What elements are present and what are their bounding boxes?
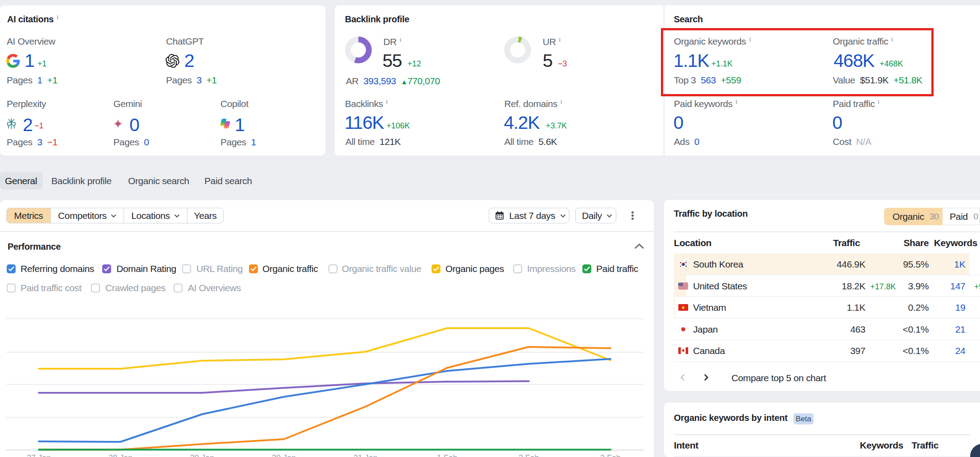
- svg-text:27 Jan: 27 Jan: [27, 453, 51, 457]
- svg-text:30 Jan: 30 Jan: [272, 453, 296, 457]
- svg-text:29 Jan: 29 Jan: [190, 453, 214, 457]
- svg-text:2 Feb: 2 Feb: [519, 453, 539, 457]
- svg-text:31 Jan: 31 Jan: [353, 453, 378, 457]
- svg-text:3 Feb: 3 Feb: [600, 453, 621, 457]
- svg-text:28 Jan: 28 Jan: [108, 453, 133, 457]
- svg-text:1 Feb: 1 Feb: [437, 453, 457, 457]
